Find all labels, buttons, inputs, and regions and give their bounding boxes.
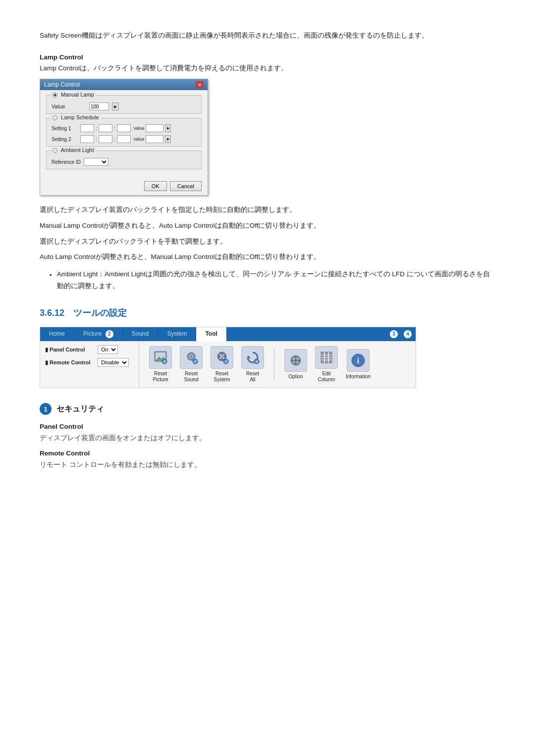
lamp-control-dialog: Lamp Control ✕ Manual Lamp Value ▶ [40,79,208,196]
panel-control-row: ▮ Panel Control On Off [45,345,134,354]
bullet-dot: • [50,269,52,293]
ambient-light-section: Ambient Light Reference ID [46,151,202,169]
intro-text: Safety Screen機能はディスプレイ装置の画面に静止画像が長時間表示され… [40,30,495,42]
setting1-min[interactable] [99,124,112,132]
svg-rect-16 [223,356,225,357]
reference-id-row: Reference ID [52,158,196,166]
colon3: : [96,136,97,142]
svg-rect-25 [295,362,296,364]
dialog-title: Lamp Control [44,81,80,88]
colon2: : [114,125,115,131]
setting2-min[interactable] [99,135,112,143]
svg-text:i: i [357,356,360,365]
tab-system[interactable]: System [158,327,196,341]
svg-rect-15 [218,356,220,357]
reset-all-label: ResetAll [246,371,259,383]
remote-control-text: リモート コントロールを有効または無効にします。 [40,459,495,471]
setting2-value[interactable] [146,135,163,143]
reference-id-label: Reference ID [52,159,81,165]
panel-control-label: Panel Control [40,423,495,430]
setting1-sec[interactable] [117,124,131,132]
tool-divider-1 [274,350,274,379]
lamp-schedule-title: Lamp Schedule [51,114,101,120]
tab-sound[interactable]: Sound [123,327,159,341]
information-icon-item[interactable]: i Information [346,349,371,380]
setting1-spinner[interactable]: ▶ [165,124,171,132]
edit-column-icon-item[interactable]: EditColumn [315,346,338,383]
tool-icons-area: ↺ ResetPicture ↺ ResetSound [139,341,416,388]
colon1: : [96,125,97,131]
tab-number-4: 4 [404,330,412,338]
setting1-value[interactable] [146,124,163,132]
cancel-button[interactable]: Cancel [170,181,202,191]
tab-spacer: 3 4 [227,327,416,341]
body-text-1: 選択したディスプレイ装置のバックライトを指定した時刻に自動的に調整します。 [40,203,495,216]
remote-control-label: Remote Control [40,450,495,457]
bullet-text: Ambient Light：Ambient Lightは周囲の光の強さを検出して… [57,268,495,293]
reference-id-select[interactable] [84,158,108,166]
bullet-ambient: • Ambient Light：Ambient Lightは周囲の光の強さを検出… [50,268,495,293]
tool-content: ▮ Panel Control On Off ▮ Remote Control … [40,341,416,388]
dialog-close-button[interactable]: ✕ [196,81,204,88]
setting2-row: Setting 2 : : Value ▶ [52,135,196,143]
lamp-control-desc: Lamp Controlは、バックライトを調整して消費電力を抑えるのに使用されま… [40,64,495,73]
remote-control-row: ▮ Remote Control Disable Enable [45,358,134,367]
value-label-2: Value [133,137,144,142]
colon4: : [114,136,115,142]
setting2-label: Setting 2 [52,137,79,142]
panel-control-label: ▮ Panel Control [45,347,95,353]
option-icon-item[interactable]: Option [284,349,307,380]
svg-text:↺: ↺ [194,360,197,363]
svg-marker-19 [248,355,251,359]
value-row: Value ▶ [52,102,196,110]
reset-sound-label: ResetSound [184,371,199,383]
reset-system-icon: ↺ [211,346,233,369]
svg-point-8 [190,355,192,357]
panel-control-select[interactable]: On Off [98,345,118,354]
svg-point-28 [294,359,297,362]
remote-control-select[interactable]: Disable Enable [98,358,129,367]
svg-text:↺: ↺ [224,360,227,363]
svg-rect-26 [292,360,294,361]
ok-button[interactable]: OK [144,181,167,191]
setting2-sec[interactable] [117,135,131,143]
lamp-schedule-radio[interactable] [53,115,57,120]
setting2-spinner[interactable]: ▶ [165,135,171,143]
value-input[interactable] [89,102,109,110]
dialog-body: Manual Lamp Value ▶ Lamp Schedule Settin… [40,90,208,178]
tab-picture[interactable]: Picture 2 [74,327,123,341]
security-number: 1 [40,403,52,415]
reset-sound-icon: ↺ [180,346,203,369]
spinner-button[interactable]: ▶ [112,102,119,110]
reset-system-label: ResetSystem [214,371,230,383]
remote-control-label: ▮ Remote Control [45,359,95,366]
setting1-label: Setting 1 [52,126,79,131]
setting1-hour[interactable] [80,124,94,132]
edit-column-icon [315,346,338,369]
ambient-light-radio[interactable] [53,148,57,153]
panel-control-text: ディスプレイ装置の画面をオンまたはオフにします。 [40,432,495,444]
reset-all-icon-item[interactable]: ↺ ResetAll [241,346,264,383]
body-text-3: 選択したディスプレイのバックライトを手動で調整します。 [40,235,495,248]
reset-picture-icon: ↺ [149,346,172,369]
reset-picture-icon-item[interactable]: ↺ ResetPicture [149,346,172,383]
tab-number-2: 2 [106,330,113,338]
lamp-schedule-section: Lamp Schedule Setting 1 : : Value ▶ Sett… [46,118,202,147]
reset-system-icon-item[interactable]: ↺ ResetSystem [211,346,233,383]
security-title: セキュリティ [56,404,104,414]
manual-lamp-radio[interactable] [53,93,57,98]
svg-text:↺: ↺ [163,360,166,363]
tab-tool[interactable]: Tool [196,327,226,341]
svg-text:↺: ↺ [255,360,258,363]
reset-picture-label: ResetPicture [153,371,168,383]
reset-all-icon: ↺ [241,346,264,369]
tool-ui: Home Picture 2 Sound System Tool 3 4 ▮ P… [40,327,416,388]
reset-sound-icon-item[interactable]: ↺ ResetSound [180,346,203,383]
setting2-hour[interactable] [80,135,94,143]
tab-home[interactable]: Home [40,327,74,341]
value-label: Value [52,103,86,109]
svg-rect-14 [221,358,222,360]
lamp-control-section-label: Lamp Control [40,53,495,61]
setting1-row: Setting 1 : : Value ▶ [52,124,196,132]
body-text-4: Auto Lamp Controlが調整されると、Manual Lamp Con… [40,251,495,263]
